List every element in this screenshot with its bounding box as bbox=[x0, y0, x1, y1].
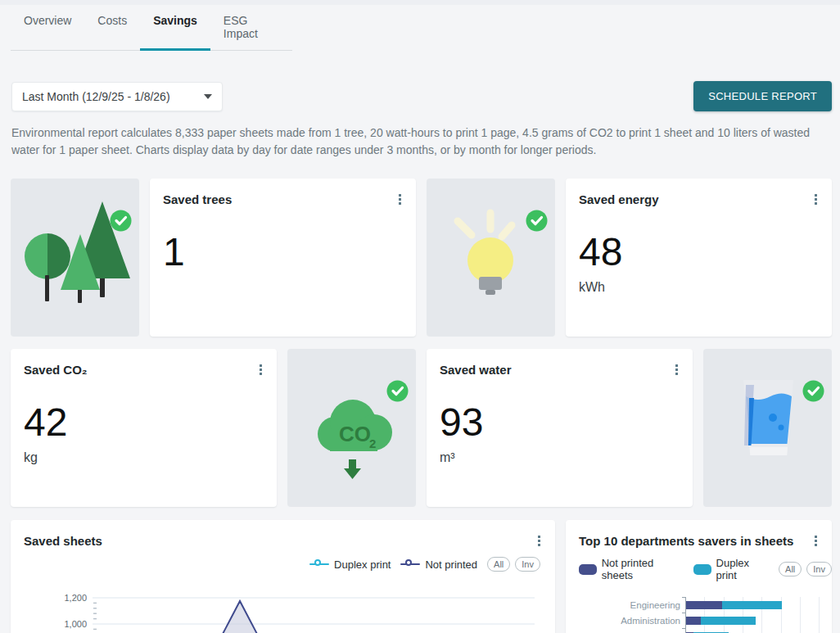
card-title: Saved CO₂ bbox=[24, 363, 264, 377]
legend-swatch bbox=[693, 564, 711, 575]
series-line-not-printed bbox=[93, 601, 535, 633]
legend-line-marker bbox=[309, 560, 329, 568]
stats-row-2: Saved CO₂ 42 kg CO 2 Saved water bbox=[11, 349, 840, 507]
bar-segment-duplex-print bbox=[722, 601, 781, 609]
check-badge-icon bbox=[526, 210, 548, 232]
chart-title: Saved sheets bbox=[24, 534, 102, 548]
saved-energy-value: 48 bbox=[579, 233, 819, 272]
chevron-down-icon bbox=[204, 94, 212, 99]
co2-cloud-illustration: CO 2 bbox=[287, 349, 416, 507]
kebab-menu-icon[interactable] bbox=[813, 534, 819, 548]
saved-energy-unit: kWh bbox=[579, 280, 819, 295]
saved-co2-card: Saved CO₂ 42 kg bbox=[11, 349, 277, 507]
bar-track bbox=[685, 597, 824, 613]
legend-item-duplex-print[interactable]: Duplex print bbox=[693, 557, 772, 581]
departments-bars: EngineeringAdministrationSales bbox=[566, 597, 824, 633]
saved-energy-image-tile bbox=[427, 179, 555, 337]
department-label: Administration bbox=[566, 616, 685, 626]
chart-title: Top 10 departments savers in sheets bbox=[579, 534, 793, 548]
sheets-chart-legend: Duplex print Not printed All Inv bbox=[309, 557, 540, 572]
legend-all-button[interactable]: All bbox=[487, 557, 510, 572]
check-badge-icon bbox=[386, 380, 409, 402]
tab-esg-impact[interactable]: ESG Impact bbox=[210, 8, 292, 50]
legend-item-not-printed[interactable]: Not printed bbox=[400, 558, 477, 571]
kebab-menu-icon[interactable] bbox=[397, 192, 403, 206]
saved-water-image-tile bbox=[703, 349, 832, 507]
saved-trees-image-tile bbox=[11, 179, 139, 337]
legend-label: Not printed sheets bbox=[602, 557, 687, 581]
saved-co2-value: 42 bbox=[24, 403, 264, 442]
legend-line-marker bbox=[400, 560, 420, 568]
saved-water-card: Saved water 93 m³ bbox=[427, 349, 693, 507]
legend-all-button[interactable]: All bbox=[779, 562, 802, 576]
department-row: Administration bbox=[566, 613, 824, 628]
svg-text:2: 2 bbox=[369, 436, 376, 450]
kebab-menu-icon[interactable] bbox=[536, 534, 542, 548]
trees-illustration bbox=[11, 179, 139, 337]
date-range-dropdown[interactable]: Last Month (12/9/25 - 1/8/26) bbox=[11, 82, 223, 111]
tab-overview[interactable]: Overview bbox=[11, 8, 84, 50]
saved-sheets-chart-card: Saved sheets Duplex print Not printed Al… bbox=[11, 520, 555, 633]
saved-energy-card: Saved energy 48 kWh bbox=[566, 179, 832, 337]
top-strip bbox=[0, 0, 840, 5]
saved-water-value: 93 bbox=[440, 403, 680, 442]
kebab-menu-icon[interactable] bbox=[258, 363, 264, 377]
charts-row: Saved sheets Duplex print Not printed Al… bbox=[11, 520, 840, 633]
savings-dashboard: Overview Costs Savings ESG Impact Last M… bbox=[0, 0, 840, 633]
legend-item-not-printed-sheets[interactable]: Not printed sheets bbox=[579, 557, 687, 581]
tab-costs[interactable]: Costs bbox=[84, 8, 140, 50]
saved-trees-card: Saved trees 1 bbox=[150, 179, 416, 337]
kebab-menu-icon[interactable] bbox=[674, 363, 680, 377]
schedule-report-button[interactable]: SCHEDULE REPORT bbox=[693, 81, 832, 111]
tab-savings[interactable]: Savings bbox=[140, 8, 210, 50]
legend-label: Duplex print bbox=[334, 558, 391, 571]
y-axis-tick-label: 1,000 bbox=[64, 619, 87, 629]
saved-trees-unit bbox=[163, 280, 403, 295]
kebab-menu-icon[interactable] bbox=[813, 192, 819, 206]
report-description: Environmental report calculates 8,333 pa… bbox=[11, 124, 829, 159]
saved-co2-unit: kg bbox=[24, 450, 264, 465]
legend-inv-button[interactable]: Inv bbox=[515, 557, 540, 572]
bar-segment-not-printed-sheets bbox=[686, 617, 701, 625]
legend-swatch bbox=[579, 564, 597, 575]
lightbulb-illustration bbox=[427, 179, 555, 337]
saved-co2-image-tile: CO 2 bbox=[287, 349, 416, 507]
legend-item-duplex-print[interactable]: Duplex print bbox=[309, 558, 391, 571]
bar-track bbox=[685, 613, 824, 628]
legend-label: Duplex print bbox=[716, 557, 772, 581]
legend-toggle-group: All Inv bbox=[487, 557, 540, 572]
department-row: Engineering bbox=[566, 597, 824, 613]
legend-inv-button[interactable]: Inv bbox=[806, 562, 832, 576]
check-badge-icon bbox=[802, 380, 824, 402]
y-axis-tick-label: 1,200 bbox=[64, 593, 87, 603]
legend-label: Not printed bbox=[425, 558, 477, 571]
date-range-value: Last Month (12/9/25 - 1/8/26) bbox=[22, 90, 197, 103]
card-title: Saved water bbox=[440, 363, 680, 377]
water-glass-illustration bbox=[703, 349, 832, 507]
card-title: Saved trees bbox=[163, 192, 403, 206]
departments-chart-card: Top 10 departments savers in sheets Not … bbox=[566, 520, 832, 633]
toolbar: Last Month (12/9/25 - 1/8/26) SCHEDULE R… bbox=[11, 81, 832, 111]
tab-bar: Overview Costs Savings ESG Impact bbox=[11, 8, 292, 51]
bar-segment-not-printed-sheets bbox=[686, 601, 722, 609]
card-title: Saved energy bbox=[579, 192, 819, 206]
check-badge-icon bbox=[110, 210, 132, 232]
svg-text:CO: CO bbox=[339, 422, 371, 446]
bar-segment-duplex-print bbox=[701, 617, 756, 625]
series-area-not-printed bbox=[93, 601, 535, 633]
departments-bar-chart: EngineeringAdministrationSales bbox=[566, 597, 824, 633]
saved-water-unit: m³ bbox=[440, 450, 680, 465]
department-label: Engineering bbox=[566, 600, 685, 610]
saved-trees-value: 1 bbox=[163, 233, 403, 272]
department-row: Sales bbox=[566, 628, 824, 633]
bar-track bbox=[685, 628, 824, 633]
sheets-line-chart: 1,2001,000 bbox=[11, 586, 555, 633]
legend-toggle-group: All Inv bbox=[779, 562, 832, 576]
stats-row-1: Saved trees 1 Saved bbox=[11, 179, 840, 337]
departments-chart-legend: Not printed sheets Duplex print All Inv bbox=[579, 557, 832, 581]
